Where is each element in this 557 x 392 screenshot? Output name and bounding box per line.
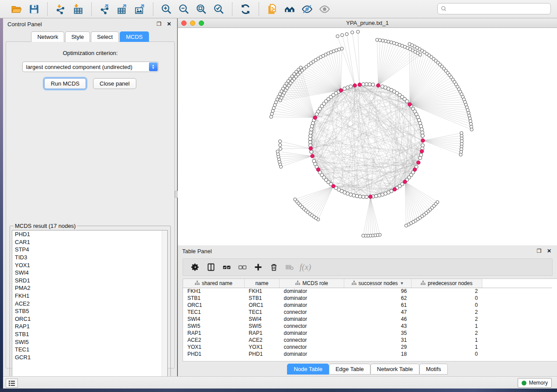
- network-node[interactable]: [459, 153, 462, 156]
- mcds-result-item[interactable]: STP4: [12, 246, 167, 254]
- new-network-from-selection-icon[interactable]: [263, 2, 281, 17]
- network-node[interactable]: [371, 83, 375, 86]
- mcds-node[interactable]: [421, 139, 425, 142]
- mcds-result-item[interactable]: STB1: [12, 330, 167, 338]
- mcds-node[interactable]: [311, 154, 314, 158]
- mcds-result-item[interactable]: YOX1: [12, 261, 167, 269]
- mcds-result-item[interactable]: PMA2: [12, 284, 167, 292]
- mcds-result-item[interactable]: ACE2: [12, 299, 167, 307]
- column-header-name[interactable]: name: [244, 279, 279, 288]
- column-header-successor-nodes[interactable]: successor nodes▼: [344, 279, 411, 288]
- mcds-result-item[interactable]: SWI4: [12, 269, 167, 277]
- network-node[interactable]: [365, 195, 368, 199]
- network-node[interactable]: [355, 194, 359, 198]
- mcds-result-item[interactable]: GCR1: [12, 354, 167, 361]
- run-mcds-button[interactable]: Run MCDS: [44, 78, 86, 89]
- mcds-result-item[interactable]: RAP1: [12, 323, 167, 330]
- table-row[interactable]: ACE2ACE2connector311: [183, 337, 552, 344]
- network-node[interactable]: [345, 33, 348, 36]
- settings-gear-icon[interactable]: [187, 260, 203, 274]
- mcds-result-item[interactable]: TID3: [12, 254, 167, 261]
- network-node[interactable]: [341, 34, 344, 37]
- network-node[interactable]: [358, 195, 362, 198]
- column-header-shared-name[interactable]: shared name: [183, 279, 244, 288]
- search-box[interactable]: [437, 3, 551, 14]
- export-table-icon[interactable]: [114, 2, 131, 17]
- tab-style[interactable]: Style: [65, 31, 90, 42]
- tab-node-table[interactable]: Node Table: [287, 364, 329, 375]
- close-panel-icon[interactable]: ✕: [166, 21, 173, 28]
- table-row[interactable]: STB1STB1dominator620: [183, 295, 552, 302]
- close-panel-button[interactable]: Close panel: [93, 78, 136, 89]
- network-node[interactable]: [365, 83, 368, 86]
- mcds-node[interactable]: [353, 84, 356, 87]
- mcds-node[interactable]: [369, 195, 372, 198]
- network-node[interactable]: [362, 195, 365, 199]
- mcds-node[interactable]: [316, 168, 320, 171]
- network-node[interactable]: [310, 127, 313, 131]
- network-node[interactable]: [421, 144, 425, 147]
- network-node[interactable]: [336, 34, 339, 38]
- network-node[interactable]: [312, 159, 316, 163]
- network-node[interactable]: [377, 194, 381, 197]
- memory-button[interactable]: Memory: [518, 378, 552, 388]
- mcds-result-item[interactable]: TEC1: [12, 346, 167, 354]
- mcds-node[interactable]: [377, 84, 380, 87]
- table-row[interactable]: SWI5SWI5connector431: [183, 323, 552, 330]
- mcds-node[interactable]: [417, 161, 420, 164]
- task-history-button[interactable]: [6, 378, 18, 388]
- network-node[interactable]: [276, 150, 279, 153]
- optimization-criterion-select[interactable]: largest connected component (undirected)…: [22, 62, 159, 72]
- network-node[interactable]: [279, 147, 282, 150]
- network-node[interactable]: [378, 38, 381, 41]
- add-column-icon[interactable]: [250, 260, 266, 274]
- show-all-icon[interactable]: [316, 2, 333, 17]
- tab-network[interactable]: Network: [31, 31, 64, 42]
- tab-mcds[interactable]: MCDS: [120, 31, 149, 42]
- network-node[interactable]: [279, 144, 282, 147]
- table-row[interactable]: PHD1PHD1dominator180: [183, 351, 552, 358]
- network-node[interactable]: [294, 198, 297, 201]
- network-node[interactable]: [356, 30, 360, 33]
- network-node[interactable]: [309, 131, 312, 134]
- table-row[interactable]: FKH1FKH1dominator962: [183, 288, 552, 295]
- table-row[interactable]: RAP1RAP1dominator352: [183, 330, 552, 337]
- table-row[interactable]: SWI4SWI4dominator462: [183, 316, 552, 323]
- network-node[interactable]: [362, 234, 365, 237]
- network-canvas[interactable]: [178, 28, 557, 245]
- node-table[interactable]: shared namenameMCDS rolesuccessor nodes▼…: [183, 279, 557, 361]
- network-node[interactable]: [349, 85, 353, 88]
- network-node[interactable]: [308, 137, 312, 141]
- column-header-MCDS-role[interactable]: MCDS role: [280, 279, 344, 288]
- column-view-icon[interactable]: [203, 260, 219, 274]
- select-all-icon[interactable]: [219, 260, 235, 274]
- close-panel-icon[interactable]: ✕: [546, 248, 553, 254]
- network-node[interactable]: [310, 150, 313, 154]
- network-node[interactable]: [405, 224, 408, 227]
- network-node[interactable]: [470, 128, 473, 131]
- deselect-all-icon[interactable]: [235, 260, 250, 274]
- network-node[interactable]: [405, 100, 409, 103]
- table-row[interactable]: ORC1ORC1dominator610: [183, 302, 552, 309]
- mcds-node[interactable]: [339, 89, 343, 92]
- open-file-icon[interactable]: [8, 2, 25, 17]
- hide-selected-icon[interactable]: [298, 2, 316, 17]
- network-window-titlebar[interactable]: YPA_prune.txt_1: [178, 18, 557, 28]
- mcds-node[interactable]: [358, 83, 361, 86]
- mcds-result-item[interactable]: SWI5: [12, 338, 167, 346]
- mcds-result-item[interactable]: ORC1: [12, 315, 167, 323]
- network-node[interactable]: [368, 83, 371, 86]
- zoom-selected-icon[interactable]: [210, 2, 228, 17]
- mcds-result-item[interactable]: SRD1: [12, 277, 167, 285]
- mcds-node[interactable]: [332, 184, 335, 188]
- network-node[interactable]: [419, 53, 422, 56]
- table-row[interactable]: TEC1TEC1connector472: [183, 309, 552, 316]
- export-network-icon[interactable]: [96, 2, 114, 17]
- import-table-icon[interactable]: [69, 2, 87, 17]
- import-network-icon[interactable]: [52, 2, 69, 17]
- network-node[interactable]: [271, 109, 274, 112]
- zoom-out-icon[interactable]: [175, 2, 193, 17]
- network-node[interactable]: [374, 194, 378, 198]
- mcds-result-item[interactable]: STB5: [12, 307, 167, 315]
- tab-edge-table[interactable]: Edge Table: [329, 364, 370, 375]
